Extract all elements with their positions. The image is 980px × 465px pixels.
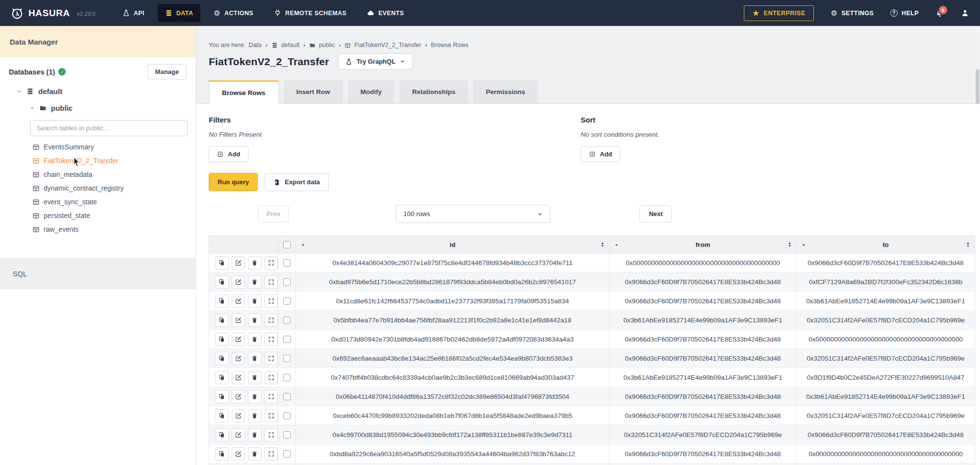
- breadcrumb-data[interactable]: Data: [249, 42, 262, 49]
- clone-row-button[interactable]: [215, 352, 229, 365]
- expand-row-button[interactable]: [265, 275, 278, 289]
- clone-row-button[interactable]: [215, 275, 229, 289]
- delete-row-button[interactable]: [248, 294, 262, 308]
- clone-row-button[interactable]: [215, 428, 229, 441]
- try-graphql-button[interactable]: Try GraphQL: [338, 53, 413, 70]
- user-menu-button[interactable]: [961, 9, 969, 17]
- tab-insert-row[interactable]: Insert Row: [284, 80, 343, 103]
- sidebar-item-raw-events[interactable]: raw_events: [0, 222, 196, 236]
- breadcrumb-default[interactable]: default: [281, 42, 300, 49]
- row-checkbox[interactable]: [283, 317, 291, 324]
- edit-row-button[interactable]: [232, 447, 245, 461]
- edit-row-button[interactable]: [232, 390, 245, 403]
- clone-row-button[interactable]: [215, 256, 229, 269]
- edit-row-button[interactable]: [232, 352, 245, 365]
- expand-row-button[interactable]: [265, 409, 278, 422]
- schema-node-public[interactable]: public: [0, 100, 196, 116]
- expand-row-button[interactable]: [265, 390, 278, 403]
- expand-row-button[interactable]: [265, 371, 278, 384]
- delete-row-button[interactable]: [248, 428, 262, 441]
- clone-row-button[interactable]: [215, 333, 229, 346]
- help-button[interactable]: ? HELP: [890, 9, 919, 17]
- delete-row-button[interactable]: [248, 275, 262, 289]
- select-all-checkbox[interactable]: [283, 241, 291, 248]
- tab-relationships[interactable]: Relationships: [399, 80, 468, 103]
- row-checkbox[interactable]: [283, 450, 291, 458]
- export-data-button[interactable]: Export data: [265, 173, 329, 191]
- expand-row-button[interactable]: [265, 314, 278, 327]
- expand-row-button[interactable]: [265, 428, 278, 441]
- clone-row-button[interactable]: [215, 447, 229, 461]
- collapse-column-icon[interactable]: ◄: [802, 243, 805, 246]
- delete-row-button[interactable]: [248, 256, 262, 269]
- edit-row-button[interactable]: [232, 333, 245, 346]
- nav-item-actions[interactable]: ⚙ ACTIONS: [206, 4, 261, 22]
- row-checkbox[interactable]: [283, 336, 291, 343]
- edit-row-button[interactable]: [232, 256, 245, 269]
- search-tables-input[interactable]: [30, 120, 188, 136]
- row-checkbox[interactable]: [283, 259, 291, 267]
- sidebar-item-dynamic-contract-registry[interactable]: dynamic_contract_registry: [0, 181, 196, 195]
- clone-row-button[interactable]: [215, 294, 229, 308]
- row-checkbox[interactable]: [283, 297, 291, 305]
- sidebar-item-event-sync-state[interactable]: event_sync_state: [0, 195, 196, 209]
- collapse-column-icon[interactable]: ◄: [301, 243, 304, 246]
- sidebar-item-fiattokenv2-2-transfer[interactable]: FiatTokenV2_2_Transfer: [0, 154, 196, 168]
- row-checkbox[interactable]: [283, 412, 291, 419]
- row-checkbox[interactable]: [283, 374, 291, 381]
- collapse-column-icon[interactable]: ◄: [614, 243, 618, 246]
- tab-permissions[interactable]: Permissions: [473, 80, 538, 103]
- nav-item-data[interactable]: DATA: [158, 4, 200, 22]
- expand-row-button[interactable]: [265, 447, 278, 461]
- notifications-button[interactable]: 8: [935, 9, 944, 18]
- add-sort-button[interactable]: Add: [581, 146, 620, 162]
- run-query-button[interactable]: Run query: [209, 173, 258, 191]
- row-checkbox[interactable]: [283, 278, 291, 286]
- nav-item-remote-schemas[interactable]: REMOTE SCHEMAS: [267, 4, 354, 22]
- tab-browse-rows[interactable]: Browse Rows: [209, 80, 279, 104]
- breadcrumb-browse-rows[interactable]: Browse Rows: [431, 42, 468, 49]
- hasura-logo[interactable]: HASURA v2.23.0: [11, 7, 96, 20]
- delete-row-button[interactable]: [248, 409, 262, 422]
- delete-row-button[interactable]: [248, 371, 262, 384]
- delete-row-button[interactable]: [248, 447, 262, 461]
- rows-per-page-select[interactable]: 100 rows: [396, 205, 550, 223]
- clone-row-button[interactable]: [215, 409, 229, 422]
- tab-modify[interactable]: Modify: [348, 80, 395, 103]
- row-checkbox[interactable]: [283, 393, 291, 400]
- sort-column-icon[interactable]: ▲ ▼: [788, 242, 791, 248]
- delete-row-button[interactable]: [248, 390, 262, 403]
- edit-row-button[interactable]: [232, 275, 245, 289]
- sidebar-item-chain-metadata[interactable]: chain_metadata: [0, 168, 196, 181]
- breadcrumb-public[interactable]: public: [319, 42, 335, 49]
- settings-button[interactable]: ⚙ SETTINGS: [831, 10, 874, 17]
- sort-column-icon[interactable]: ▲ ▼: [601, 242, 604, 248]
- edit-row-button[interactable]: [232, 428, 245, 441]
- clone-row-button[interactable]: [215, 314, 229, 327]
- prev-page-button[interactable]: Prev: [258, 205, 289, 222]
- breadcrumb-table[interactable]: FiatTokenV2_2_Transfer: [354, 42, 421, 49]
- enterprise-button[interactable]: ★ ENTERPRISE: [744, 5, 814, 21]
- clone-row-button[interactable]: [215, 390, 229, 403]
- sidebar-item-eventssummary[interactable]: EventsSummary: [0, 140, 196, 154]
- row-checkbox[interactable]: [283, 431, 291, 439]
- delete-row-button[interactable]: [248, 352, 262, 365]
- sort-column-icon[interactable]: ▲ ▼: [966, 242, 970, 248]
- sidebar-item-persisted-state[interactable]: persisted_state: [0, 209, 196, 222]
- nav-item-api[interactable]: API: [115, 4, 152, 22]
- delete-row-button[interactable]: [248, 333, 262, 346]
- edit-row-button[interactable]: [232, 371, 245, 384]
- clone-row-button[interactable]: [215, 371, 229, 384]
- database-node-default[interactable]: default: [0, 83, 196, 99]
- expand-row-button[interactable]: [265, 352, 278, 365]
- edit-row-button[interactable]: [232, 409, 245, 422]
- expand-row-button[interactable]: [265, 294, 278, 308]
- sql-section[interactable]: SQL: [0, 258, 196, 289]
- nav-item-events[interactable]: EVENTS: [360, 4, 411, 22]
- edit-row-button[interactable]: [232, 314, 245, 327]
- expand-row-button[interactable]: [265, 333, 278, 346]
- edit-row-button[interactable]: [232, 294, 245, 308]
- delete-row-button[interactable]: [248, 314, 262, 327]
- expand-row-button[interactable]: [265, 256, 278, 269]
- manage-button[interactable]: Manage: [147, 64, 187, 79]
